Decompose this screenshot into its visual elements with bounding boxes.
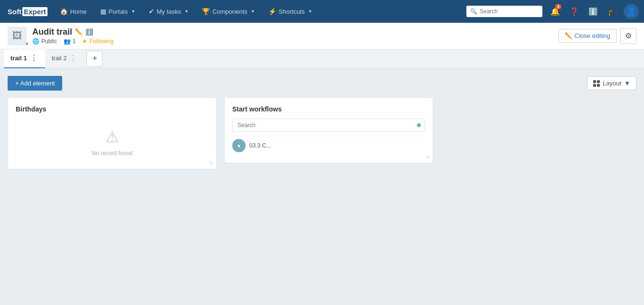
add-element-button[interactable]: + Add element [8, 76, 62, 91]
tab-trail-1-options-icon[interactable]: ⋮ [29, 54, 38, 63]
layout-button[interactable]: Layout ▼ [587, 76, 636, 90]
pencil-icon: ✏️ [565, 32, 572, 39]
tasks-icon: ✔ [149, 8, 154, 15]
portal-visibility: 🌐 Public [32, 38, 57, 45]
nav-portals-label: Portals [109, 8, 128, 15]
members-count: 1 [73, 38, 76, 45]
portal-icon-wrap[interactable]: 🖼 ▼ [8, 27, 27, 46]
warning-triangle-icon: ⚠ [105, 128, 119, 146]
settings-button[interactable]: ⚙ [620, 28, 636, 44]
close-editing-button[interactable]: ✏️ Close editing [559, 29, 616, 43]
nav-home-label: Home [70, 8, 87, 15]
edit-icon[interactable]: ✏️ [75, 28, 83, 36]
birthdays-widget: Birthdays ⚠ No record found ↘ [8, 97, 217, 169]
layout-label: Layout [603, 80, 621, 87]
portal-following[interactable]: ★ Following [82, 38, 114, 45]
workflow-list-item[interactable]: ● 03.3 C... [232, 136, 425, 155]
avatar: 👤 [624, 4, 639, 19]
tab-trail-2[interactable]: trail 2 ⋮ [45, 49, 85, 68]
tabs-bar: trail 1 ⋮ trail 2 ⋮ + [0, 49, 644, 68]
star-icon: ★ [82, 38, 87, 45]
graduation-icon: 🎓 [607, 7, 617, 16]
nav-tasks-label: My tasks [157, 8, 181, 15]
workflow-search-indicator [417, 123, 421, 127]
tab-trail-2-options-icon[interactable]: ⋮ [68, 54, 78, 63]
visibility-label: Public [41, 38, 57, 45]
nav-right-area: 🔍 🔔 3 ❓ ℹ️ 🎓 👤 [466, 0, 640, 23]
workflows-widget-title: Start workflows [232, 105, 425, 113]
portal-icon: 🖼 [8, 27, 27, 46]
workflow-item-avatar: ● [232, 139, 246, 152]
user-avatar-button[interactable]: 👤 [622, 0, 640, 23]
portal-meta: 🌐 Public 👥 1 ★ Following [32, 38, 114, 45]
home-icon: 🏠 [60, 8, 68, 15]
tab-trail-1[interactable]: trail 1 ⋮ [4, 49, 45, 68]
nav-components[interactable]: 🏆 Components ▼ [195, 0, 262, 23]
search-wrap: 🔍 [466, 6, 542, 17]
workflow-search-bar [232, 119, 425, 132]
globe-icon: 🌐 [32, 38, 39, 45]
nav-components-label: Components [212, 8, 247, 15]
portal-title-area: Audit trail ✏️ ℹ️ 🌐 Public 👥 1 ★ Followi… [32, 27, 114, 45]
add-element-label: + Add element [15, 80, 55, 87]
portal-image-icon: 🖼 [12, 30, 22, 41]
question-circle-icon: ❓ [569, 7, 579, 16]
graduation-button[interactable]: 🎓 [603, 0, 621, 23]
navbar: Soft Expert 🏠 Home ▦ Portals ▼ ✔ My task… [0, 0, 644, 23]
following-label: Following [89, 38, 114, 45]
widgets-row: Birthdays ⚠ No record found ↘ Start work… [8, 97, 636, 169]
close-editing-label: Close editing [575, 32, 610, 39]
sub-header: 🖼 ▼ Audit trail ✏️ ℹ️ 🌐 Public 👥 1 ★ Fol… [0, 23, 644, 49]
workflow-item-text: 03.3 C... [249, 142, 271, 149]
info-icon: ℹ️ [588, 7, 598, 16]
birthdays-widget-title: Birthdays [16, 105, 208, 113]
brand-logo-wrap[interactable]: Soft Expert [4, 5, 51, 18]
brand-expert: Expert [22, 7, 47, 16]
info-circle-icon[interactable]: ℹ️ [85, 28, 93, 36]
help-button-2[interactable]: ℹ️ [584, 0, 602, 23]
shortcuts-caret-icon: ▼ [308, 9, 313, 14]
birthdays-no-record-text: No record found [92, 150, 133, 157]
nav-home[interactable]: 🏠 Home [53, 0, 94, 23]
layout-caret-icon: ▼ [624, 80, 630, 87]
members-icon: 👥 [64, 38, 71, 45]
portals-caret-icon: ▼ [131, 9, 135, 14]
sub-header-right: ✏️ Close editing ⚙ [559, 28, 636, 44]
notification-badge: 3 [555, 4, 561, 9]
tab-trail-1-label: trail 1 [10, 55, 27, 62]
nav-my-tasks[interactable]: ✔ My tasks ▼ [142, 0, 195, 23]
portal-dropdown-caret-icon: ▼ [25, 41, 29, 46]
avatar-icon: 👤 [626, 6, 636, 17]
portal-title: Audit trail [32, 27, 72, 37]
search-input[interactable] [466, 6, 542, 17]
add-tab-button[interactable]: + [86, 51, 103, 67]
workflows-resize-handle[interactable]: ↘ [425, 153, 430, 160]
shortcuts-icon: ⚡ [268, 8, 276, 15]
brand-soft: Soft [8, 8, 21, 16]
portal-members: 👥 1 [64, 38, 76, 45]
tab-trail-2-label: trail 2 [52, 55, 67, 62]
gear-icon: ⚙ [625, 31, 632, 40]
nav-portals[interactable]: ▦ Portals ▼ [94, 0, 142, 23]
birthdays-resize-handle[interactable]: ↘ [208, 159, 213, 166]
workflow-search-input[interactable] [233, 119, 417, 131]
birthdays-empty-state: ⚠ No record found [16, 119, 208, 161]
help-button-1[interactable]: ❓ [565, 0, 583, 23]
portals-icon: ▦ [100, 8, 106, 15]
content-toolbar: + Add element Layout ▼ [8, 76, 636, 91]
components-icon: 🏆 [202, 8, 210, 15]
workflows-widget: Start workflows ● 03.3 C... ↘ [224, 97, 433, 163]
components-caret-icon: ▼ [251, 9, 255, 14]
tasks-caret-icon: ▼ [184, 9, 189, 14]
nav-shortcuts-label: Shortcuts [279, 8, 305, 15]
plus-icon: + [92, 54, 97, 64]
content-area: + Add element Layout ▼ Birthdays ⚠ No re… [0, 68, 644, 280]
portal-title-row: Audit trail ✏️ ℹ️ [32, 27, 114, 37]
layout-grid-icon [593, 80, 600, 87]
nav-shortcuts[interactable]: ⚡ Shortcuts ▼ [262, 0, 319, 23]
search-icon: 🔍 [470, 8, 477, 15]
workflow-avatar-icon: ● [237, 143, 241, 148]
notifications-button[interactable]: 🔔 3 [546, 0, 564, 23]
